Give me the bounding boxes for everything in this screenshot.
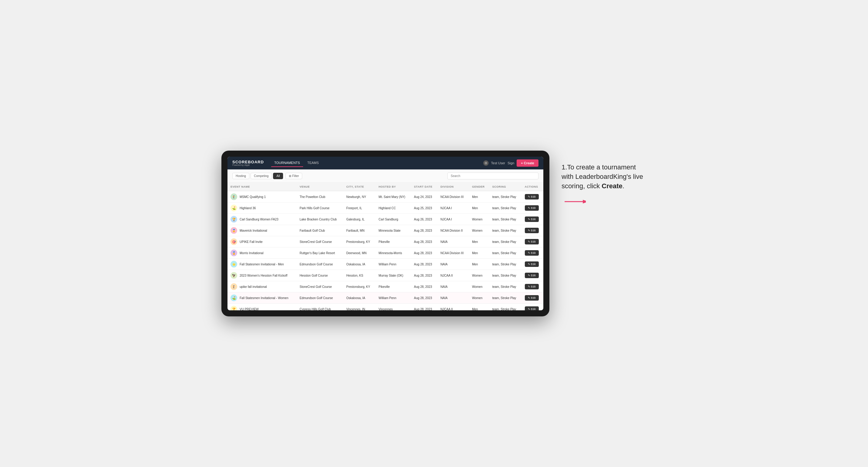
cell-actions: ✎ Edit	[522, 191, 543, 203]
table-body: 🏌️ MSMC Qualifying 1 The Powelton Club N…	[227, 191, 543, 310]
edit-button[interactable]: ✎ Edit	[525, 228, 539, 233]
edit-button[interactable]: ✎ Edit	[525, 205, 539, 211]
user-name: Test User	[491, 161, 505, 165]
cell-event-name: 🥇 Maverick Invitational	[227, 225, 297, 236]
header-right: ⚙ Test User Sign + Create	[483, 159, 538, 167]
cell-city: Oskaloosa, IA	[343, 259, 375, 270]
sign-in-link[interactable]: Sign	[507, 161, 514, 165]
cell-city: Prestonsburg, KY	[343, 281, 375, 292]
edit-button[interactable]: ✎ Edit	[525, 194, 539, 199]
event-name-text: Maverick Invitational	[240, 229, 267, 232]
cell-event-name: 🦅 2023 Women's Hesston Fall Kickoff	[227, 270, 297, 281]
cell-city: Vincennes, IN	[343, 304, 375, 311]
cell-scoring: team, Stroke Play	[489, 247, 522, 259]
events-table-wrapper: EVENT NAME VENUE CITY, STATE HOSTED BY S…	[227, 183, 543, 310]
cell-division: NAIA	[437, 236, 469, 247]
table-row: 🏌️ MSMC Qualifying 1 The Powelton Club N…	[227, 191, 543, 203]
cell-hosted-by: Murray State (OK)	[376, 270, 411, 281]
events-table: EVENT NAME VENUE CITY, STATE HOSTED BY S…	[227, 183, 543, 310]
col-venue: VENUE	[297, 183, 343, 191]
cell-gender: Men	[469, 304, 489, 311]
cell-scoring: team, Stroke Play	[489, 236, 522, 247]
col-hosted-by: HOSTED BY	[376, 183, 411, 191]
event-logo: 🏆	[230, 216, 237, 223]
cell-division: NAIA	[437, 292, 469, 304]
event-logo: 🏆	[230, 306, 237, 310]
cell-division: NCAA Division III	[437, 247, 469, 259]
event-name-text: VU PREVIEW	[240, 308, 259, 311]
event-logo: 🥇	[230, 227, 237, 234]
edit-button[interactable]: ✎ Edit	[525, 250, 539, 256]
edit-button[interactable]: ✎ Edit	[525, 273, 539, 278]
cell-venue: Cypress Hills Golf Club	[297, 304, 343, 311]
cell-hosted-by: Minnesota State	[376, 225, 411, 236]
filter-tab-competing[interactable]: Competing	[251, 173, 272, 179]
cell-hosted-by: Carl Sandburg	[376, 214, 411, 225]
cell-hosted-by: William Penn	[376, 259, 411, 270]
event-logo: 🏌️	[230, 193, 237, 200]
cell-hosted-by: William Penn	[376, 292, 411, 304]
col-event-name: EVENT NAME	[227, 183, 297, 191]
filter-tab-all[interactable]: All	[273, 173, 283, 179]
cell-hosted-by: Mt. Saint Mary (NY)	[376, 191, 411, 203]
filter-button[interactable]: ⊞ Filter	[285, 173, 302, 179]
nav-tab-teams[interactable]: TEAMS	[304, 159, 322, 167]
cell-event-name: ⭐ Fall Statesmen Invitational - Men	[227, 259, 297, 270]
event-logo: 🦅	[230, 272, 237, 279]
gear-icon[interactable]: ⚙	[483, 160, 489, 166]
event-name-text: Morris Invitational	[240, 251, 263, 255]
cell-scoring: team, Stroke Play	[489, 191, 522, 203]
cell-scoring: team, Stroke Play	[489, 214, 522, 225]
cell-actions: ✎ Edit	[522, 203, 543, 214]
toolbar: Hosting Competing All ⊞ Filter	[227, 169, 543, 183]
search-input[interactable]	[447, 173, 538, 180]
cell-city: Oskaloosa, IA	[343, 292, 375, 304]
col-city: CITY, STATE	[343, 183, 375, 191]
event-logo: 🎯	[230, 238, 237, 245]
cell-venue: Hesston Golf Course	[297, 270, 343, 281]
table-row: 🏆 Carl Sandburg Women FA23 Lake Bracken …	[227, 214, 543, 225]
edit-button[interactable]: ✎ Edit	[525, 295, 539, 301]
brand-logo: SCOREBOARD Powered by clippit	[232, 160, 264, 166]
table-row: 🎯 UPIKE Fall Invite StoneCrest Golf Cour…	[227, 236, 543, 247]
cell-event-name: ⛳ Highland 36	[227, 203, 297, 214]
cell-hosted-by: Pikeville	[376, 236, 411, 247]
event-logo: ⭐	[230, 261, 237, 268]
cell-gender: Men	[469, 236, 489, 247]
col-start-date: START DATE	[411, 183, 437, 191]
cell-date: Aug 28, 2023	[411, 236, 437, 247]
cell-hosted-by: Minnesota-Morris	[376, 247, 411, 259]
cell-event-name: 🏆 Carl Sandburg Women FA23	[227, 214, 297, 225]
cell-gender: Men	[469, 191, 489, 203]
event-logo: 🏌️	[230, 283, 237, 290]
filter-tab-hosting[interactable]: Hosting	[232, 173, 249, 179]
cell-actions: ✎ Edit	[522, 225, 543, 236]
event-name-text: Carl Sandburg Women FA23	[240, 218, 279, 221]
arrow-icon	[562, 195, 586, 208]
edit-button[interactable]: ✎ Edit	[525, 284, 539, 289]
cell-gender: Men	[469, 203, 489, 214]
event-name-text: Fall Statesmen Invitational - Women	[240, 297, 288, 300]
create-button[interactable]: + Create	[517, 159, 538, 167]
event-name-text: UPIKE Fall Invite	[240, 240, 263, 244]
table-row: 🦅 2023 Women's Hesston Fall Kickoff Hess…	[227, 270, 543, 281]
cell-gender: Women	[469, 214, 489, 225]
cell-city: Deerwood, MN	[343, 247, 375, 259]
edit-button[interactable]: ✎ Edit	[525, 217, 539, 222]
cell-city: Freeport, IL	[343, 203, 375, 214]
nav-tab-tournaments[interactable]: TOURNAMENTS	[271, 159, 303, 167]
cell-scoring: team, Stroke Play	[489, 281, 522, 292]
cell-date: Aug 26, 2023	[411, 214, 437, 225]
edit-button[interactable]: ✎ Edit	[525, 306, 539, 310]
table-row: 🥇 Maverick Invitational Faribault Golf C…	[227, 225, 543, 236]
cell-event-name: 🏅 Morris Invitational	[227, 247, 297, 259]
cell-event-name: 🎯 UPIKE Fall Invite	[227, 236, 297, 247]
cell-event-name: 🏌️ MSMC Qualifying 1	[227, 191, 297, 203]
cell-actions: ✎ Edit	[522, 281, 543, 292]
cell-event-name: 🏆 VU PREVIEW	[227, 304, 297, 311]
event-name-text: 2023 Women's Hesston Fall Kickoff	[240, 274, 287, 277]
table-row: ⛳ Highland 36 Park Hills Golf Course Fre…	[227, 203, 543, 214]
edit-button[interactable]: ✎ Edit	[525, 261, 539, 267]
edit-button[interactable]: ✎ Edit	[525, 239, 539, 244]
cell-actions: ✎ Edit	[522, 259, 543, 270]
